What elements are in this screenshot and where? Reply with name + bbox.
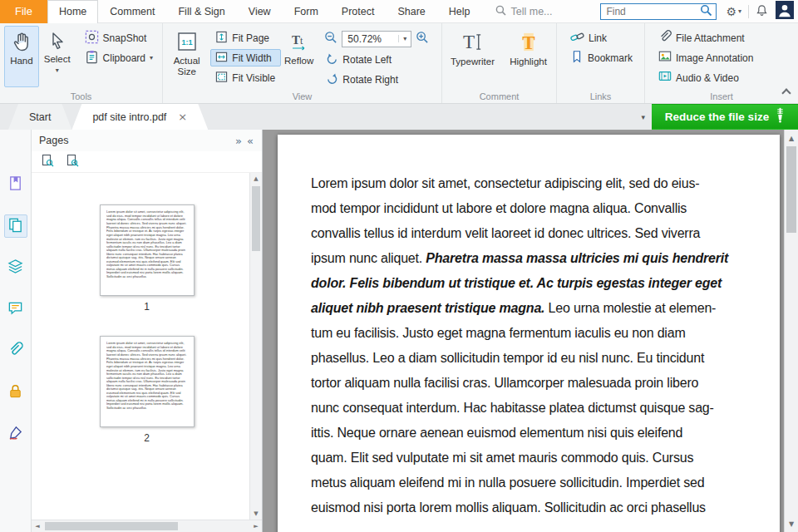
- expand-panel-icon[interactable]: »: [234, 134, 243, 148]
- menubar: File Home Comment Fill & Sign View Form …: [0, 0, 798, 23]
- tab-list-dropdown-icon[interactable]: ▾: [634, 113, 652, 121]
- scrollbar-thumb[interactable]: [45, 522, 178, 530]
- reflow-button[interactable]: Tt Reflow: [281, 26, 317, 87]
- scroll-up-icon[interactable]: ▲: [250, 173, 262, 185]
- link-button[interactable]: Link: [565, 29, 638, 47]
- rotate-right-button[interactable]: Rotate Right: [321, 71, 437, 88]
- ribbon: Hand Select ▾ SnapShot Clipboard ▾: [0, 23, 798, 104]
- fit-page-icon: [215, 31, 228, 46]
- typewriter-button[interactable]: T Typewriter: [447, 26, 499, 87]
- rotate-right-label: Rotate Right: [342, 74, 398, 86]
- panel-vertical-scrollbar[interactable]: ▲ ▼: [249, 173, 262, 520]
- fit-page-label: Fit Page: [232, 32, 269, 44]
- tab-comment[interactable]: Comment: [98, 0, 166, 23]
- image-annotation-button[interactable]: Image Annotation: [653, 49, 758, 66]
- scrollbar-thumb[interactable]: [786, 146, 796, 233]
- audio-video-button[interactable]: Audio & Video: [653, 69, 758, 86]
- thumbnail-tool-icon[interactable]: [40, 153, 55, 171]
- bookmarks-panel-button[interactable]: [4, 173, 27, 196]
- tell-me-search[interactable]: Tell me...: [495, 5, 553, 18]
- collapse-panel-icon[interactable]: «: [246, 134, 254, 148]
- tab-share[interactable]: Share: [386, 0, 436, 23]
- tab-home[interactable]: Home: [47, 0, 98, 23]
- content-area: Pages » « Lorem ipsum dolor sit amet, co…: [0, 130, 798, 532]
- security-panel-button[interactable]: [4, 381, 27, 404]
- hand-icon: [11, 31, 32, 54]
- highlight-label: Highlight: [510, 57, 547, 67]
- menubar-right-icons: ⚙ ▾: [717, 0, 798, 22]
- snapshot-button[interactable]: SnapShot: [80, 29, 158, 47]
- actual-size-button[interactable]: 1:1 Actual Size: [167, 26, 206, 87]
- rotate-left-icon: [326, 52, 338, 67]
- settings-button[interactable]: ⚙ ▾: [725, 4, 742, 19]
- pages-panel-button[interactable]: [4, 214, 27, 238]
- tab-help[interactable]: Help: [437, 0, 482, 23]
- notifications-button[interactable]: [755, 3, 769, 20]
- select-label: Select: [44, 54, 71, 65]
- fit-width-label: Fit Width: [232, 52, 271, 64]
- pdf-page[interactable]: Lorem ipsum dolor sit amet, consectetur …: [278, 135, 780, 532]
- document-view[interactable]: Lorem ipsum dolor sit amet, consectetur …: [263, 130, 798, 532]
- panel-horizontal-scrollbar[interactable]: ◄ ►: [32, 520, 262, 532]
- find-input[interactable]: [606, 6, 700, 17]
- fit-width-icon: [215, 51, 228, 66]
- close-tab-icon[interactable]: ×: [178, 111, 187, 123]
- svg-text:T: T: [463, 31, 475, 52]
- start-tab[interactable]: Start: [8, 104, 71, 130]
- thumbnail-content: Lorem ipsum dolor sit amet, consectetur …: [106, 210, 188, 278]
- fit-visible-icon: [215, 71, 228, 86]
- thumbnail-tool-icon[interactable]: [65, 153, 80, 171]
- comments-panel-button[interactable]: [4, 298, 27, 321]
- fit-width-button[interactable]: Fit Width: [210, 49, 281, 66]
- hand-tool-button[interactable]: Hand: [4, 26, 39, 87]
- zoom-in-button[interactable]: [415, 30, 430, 48]
- select-tool-button[interactable]: Select ▾: [39, 26, 76, 87]
- account-button[interactable]: [775, 0, 795, 22]
- rotate-left-label: Rotate Left: [342, 54, 392, 66]
- attachments-panel-button[interactable]: [4, 339, 27, 362]
- actual-size-icon: 1:1: [176, 31, 198, 54]
- link-icon: [570, 30, 584, 47]
- scroll-right-icon[interactable]: ►: [250, 520, 262, 532]
- find-search-icon[interactable]: [700, 4, 712, 19]
- typewriter-icon: T: [461, 31, 485, 55]
- fit-page-button[interactable]: Fit Page: [210, 29, 281, 47]
- zoom-out-button[interactable]: [323, 30, 338, 48]
- fit-visible-button[interactable]: Fit Visible: [210, 69, 281, 86]
- tab-form[interactable]: Form: [283, 0, 330, 23]
- zoom-level-select[interactable]: 50.72% ▾: [342, 31, 411, 47]
- bookmark-button[interactable]: Bookmark: [565, 49, 638, 66]
- clipboard-label: Clipboard: [103, 52, 145, 64]
- scroll-up-icon[interactable]: ▲: [785, 131, 798, 145]
- scroll-down-icon[interactable]: ▼: [785, 517, 798, 530]
- page-thumbnail-1[interactable]: Lorem ipsum dolor sit amet, consectetur …: [100, 204, 195, 296]
- signature-pen-icon: [7, 425, 23, 444]
- fit-visible-label: Fit Visible: [232, 72, 275, 84]
- group-label-tools: Tools: [0, 91, 162, 101]
- navigation-panel-strip: [0, 130, 32, 532]
- reflow-icon: Tt: [288, 31, 310, 54]
- group-label-insert: Insert: [645, 91, 798, 101]
- clipboard-button[interactable]: Clipboard ▾: [80, 49, 158, 66]
- file-attachment-button[interactable]: File Attachment: [653, 29, 758, 47]
- document-tab[interactable]: pdf site intro.pdf ×: [71, 104, 208, 130]
- reduce-file-size-button[interactable]: Reduce the file size: [652, 104, 798, 130]
- rotate-left-button[interactable]: Rotate Left: [321, 51, 437, 68]
- highlight-button[interactable]: T Highlight: [505, 26, 552, 87]
- tab-protect[interactable]: Protect: [330, 0, 387, 23]
- document-vertical-scrollbar[interactable]: ▲ ▼: [784, 130, 798, 532]
- snapshot-icon: [85, 30, 99, 47]
- tab-view[interactable]: View: [237, 0, 283, 23]
- page-thumbnail-2[interactable]: Lorem ipsum dolor sit amet, consectetur …: [100, 336, 195, 427]
- file-menu-button[interactable]: File: [0, 0, 47, 23]
- scroll-left-icon[interactable]: ◄: [32, 520, 43, 532]
- document-text: Lorem ipsum dolor sit amet, consectetur …: [311, 171, 755, 520]
- tab-fill-sign[interactable]: Fill & Sign: [166, 0, 236, 23]
- pages-panel-icon: [7, 217, 23, 236]
- ribbon-group-view: 1:1 Actual Size Fit Page Fit Width: [163, 23, 442, 103]
- scroll-down-icon[interactable]: ▼: [250, 508, 262, 520]
- svg-text:1:1: 1:1: [181, 38, 192, 47]
- layers-panel-button[interactable]: [4, 256, 27, 279]
- scrollbar-thumb[interactable]: [252, 186, 260, 251]
- signatures-panel-button[interactable]: [4, 422, 27, 446]
